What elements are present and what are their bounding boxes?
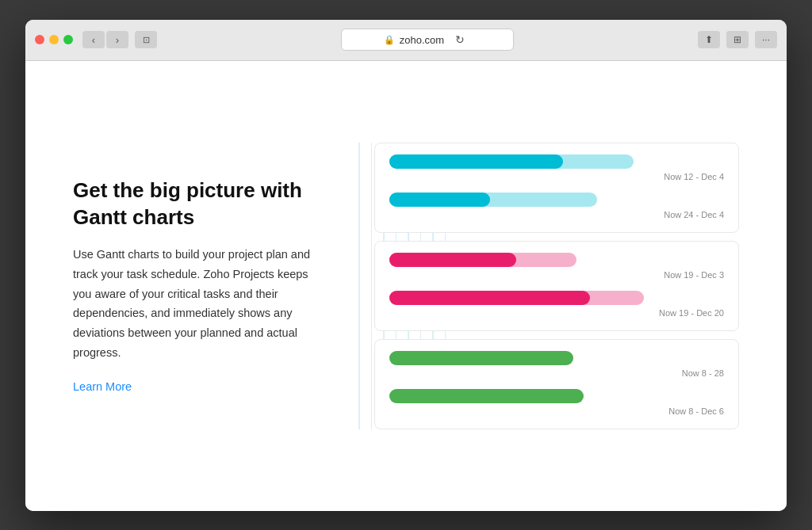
bar-filled-blue-2 [389, 193, 490, 207]
tab-icon: ⊡ [143, 35, 150, 45]
bar-label-green-1: Now 8 - 28 [389, 368, 724, 378]
gantt-section-pink: Now 19 - Dec 3 Now 19 - Dec 20 [374, 241, 739, 331]
back-button[interactable]: ‹ [82, 31, 105, 48]
share-button[interactable]: ⬆ [698, 31, 720, 48]
bar-track-3 [389, 253, 724, 267]
lock-icon: 🔒 [384, 35, 395, 45]
tab-view-button[interactable]: ⊡ [135, 31, 157, 48]
gantt-bar-pink-2: Now 19 - Dec 20 [389, 291, 724, 318]
bar-filled-pink-2 [389, 291, 590, 305]
page-description: Use Gantt charts to build your project p… [73, 245, 327, 362]
close-button[interactable] [35, 35, 44, 44]
right-panel: Now 12 - Dec 4 Now 24 - Dec 4 [374, 143, 739, 429]
page-content: Get the big picture with Gantt charts Us… [25, 61, 787, 511]
gantt-bar-green-2: Now 8 - Dec 6 [389, 389, 724, 416]
bar-track-5 [389, 351, 724, 365]
gantt-bar-blue-1: Now 12 - Dec 4 [389, 154, 724, 181]
bar-label-blue-2: Now 24 - Dec 4 [389, 210, 724, 219]
bar-filled-green-1 [389, 351, 573, 365]
nav-buttons: ‹ › [82, 31, 128, 48]
maximize-button[interactable] [63, 35, 73, 44]
forward-icon: › [116, 34, 119, 46]
bar-filled-pink-1 [389, 253, 516, 267]
reload-icon: ↻ [455, 33, 465, 46]
forward-button[interactable]: › [106, 31, 128, 48]
v-line-1 [358, 143, 360, 429]
bar-track-4 [389, 291, 724, 305]
gantt-bar-blue-2: Now 24 - Dec 4 [389, 193, 724, 219]
bar-track-6 [389, 389, 724, 403]
bar-filled-green-2 [389, 389, 584, 403]
bar-label-blue-1: Now 12 - Dec 4 [389, 172, 724, 181]
more-icon: ··· [762, 34, 770, 45]
reload-button[interactable]: ↻ [449, 31, 471, 48]
bar-track-1 [389, 154, 724, 169]
bar-label-green-2: Now 8 - Dec 6 [389, 406, 724, 416]
bar-label-pink-2: Now 19 - Dec 20 [389, 308, 724, 318]
more-button[interactable]: ··· [755, 31, 777, 48]
left-panel: Get the big picture with Gantt charts Us… [73, 177, 343, 394]
bar-filled-blue-1 [389, 154, 563, 169]
learn-more-link[interactable]: Learn More [73, 380, 132, 393]
browser-actions: ⬆ ⊞ ··· [698, 31, 777, 48]
traffic-lights [35, 35, 73, 44]
page-heading: Get the big picture with Gantt charts [73, 177, 327, 231]
share-icon: ⬆ [705, 34, 713, 45]
expand-icon: ⊞ [733, 34, 741, 45]
gantt-bar-pink-1: Now 19 - Dec 3 [389, 253, 724, 280]
bar-track-2 [389, 193, 724, 207]
v-line-2 [371, 143, 373, 429]
browser-window: ‹ › ⊡ 🔒 zoho.com ↻ ⬆ ⊞ ··· [25, 20, 787, 511]
back-icon: ‹ [92, 34, 95, 46]
browser-chrome: ‹ › ⊡ 🔒 zoho.com ↻ ⬆ ⊞ ··· [25, 20, 787, 61]
expand-button[interactable]: ⊞ [726, 31, 749, 48]
gantt-bar-green-1: Now 8 - 28 [389, 351, 724, 378]
address-bar[interactable]: 🔒 zoho.com ↻ [341, 29, 514, 51]
minimize-button[interactable] [49, 35, 59, 44]
bar-label-pink-1: Now 19 - Dec 3 [389, 270, 724, 280]
url-text: zoho.com [400, 34, 444, 46]
gantt-section-blue: Now 12 - Dec 4 Now 24 - Dec 4 [374, 143, 739, 233]
gantt-section-green: Now 8 - 28 Now 8 - Dec 6 [374, 339, 739, 429]
